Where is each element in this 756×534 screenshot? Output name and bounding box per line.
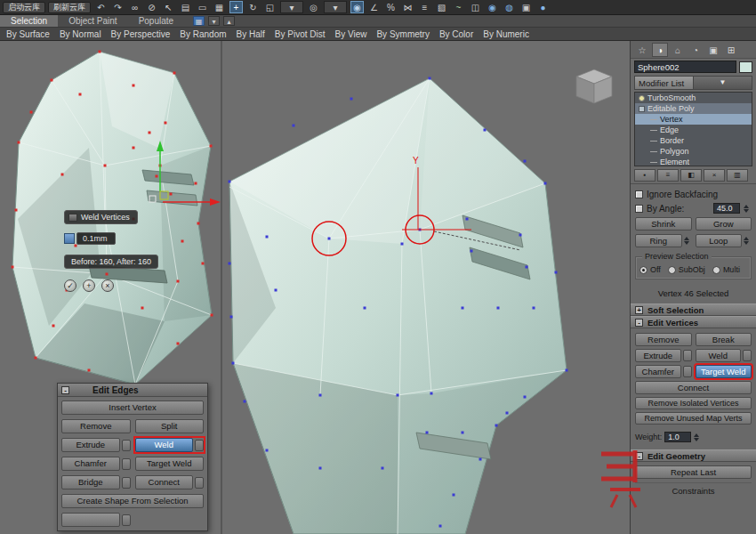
caddy-apply-button[interactable]: + [83,279,95,292]
remove-isolated-vertices-button[interactable]: Remove Isolated Vertices [635,397,752,409]
reference-coord-dropdown[interactable]: ▾ [280,1,303,13]
weld-settings-icon[interactable] [195,440,204,451]
loop-button[interactable]: Loop [696,234,743,247]
pin-stack-icon[interactable]: ▪ [634,169,655,182]
select-object-icon[interactable]: ↖ [162,1,175,13]
soft-selection-rollout-header[interactable]: + Soft Selection [631,303,756,316]
rendered-frame-icon[interactable]: ▣ [519,1,533,13]
selection-mode-button[interactable]: By View [334,29,366,39]
connect-settings-icon[interactable] [195,477,204,489]
weld-button[interactable]: Weld [135,438,194,452]
ribbon-panel-icon[interactable]: ▦ [193,16,205,26]
weld-vertex-button[interactable]: Weld [696,349,742,362]
utilities-tab-icon[interactable]: ⊞ [723,43,739,57]
ribbon-tab[interactable]: Populate [128,15,184,27]
mirror-icon[interactable]: ⋈ [401,1,414,13]
show-end-result-icon[interactable]: ≡ [657,169,679,182]
edit-edges-titlebar[interactable]: - Edit Edges [58,384,207,397]
connect-vertices-button[interactable]: Connect [635,381,752,394]
by-angle-checkbox[interactable] [635,205,643,213]
by-angle-field[interactable]: 45.0 [713,203,740,214]
object-color-swatch[interactable] [739,61,752,73]
ribbon-tab[interactable]: Selection [0,15,58,27]
modifier-stack-row[interactable]: Element [635,157,752,166]
create-tab-icon[interactable]: ☆ [634,43,650,57]
modify-tab-icon[interactable]: ◑ [652,43,668,57]
extrude-vertex-button[interactable]: Extrude [635,349,681,362]
preview-subobj-radio[interactable] [668,266,676,274]
display-tab-icon[interactable]: ▣ [705,43,721,57]
ring-spinner[interactable] [684,237,692,245]
select-link-icon[interactable]: ∞ [128,1,141,13]
remove-button[interactable]: Remove [61,419,131,433]
ribbon-dropdown-icon[interactable]: ▾ [208,16,220,26]
refresh-cloud-library-button[interactable]: 刷新云库 [48,2,91,13]
chamfer-settings-icon[interactable] [122,458,131,470]
modifier-stack-row[interactable]: Polygon [635,146,752,157]
edit-geometry-rollout-header[interactable]: - Edit Geometry [631,449,756,462]
weld-settings-icon[interactable] [743,350,752,361]
viewport[interactable]: Y Weld Vertices 0.1mm Before: 160, After… [0,41,630,534]
bridge-settings-icon[interactable] [122,477,131,489]
extrude-settings-icon[interactable] [122,440,131,451]
collapse-icon[interactable]: - [61,386,69,394]
selection-mode-button[interactable]: By Surface [6,29,50,39]
target-weld-button[interactable]: Target Weld [696,365,752,378]
collapse-icon[interactable]: - [635,452,643,460]
ribbon-tab[interactable]: Object Paint [58,15,127,27]
connect-button[interactable]: Connect [135,475,194,490]
modifier-stack-row[interactable]: Editable Poly [635,103,752,114]
hierarchy-tab-icon[interactable]: ⌂ [670,43,686,57]
weld-threshold-field[interactable]: 0.1mm [76,232,116,245]
preview-off-radio[interactable] [639,266,647,274]
caddy-ok-button[interactable]: ✓ [64,279,76,292]
selection-mode-button[interactable]: By Numeric [483,29,529,39]
snap-toggle-icon[interactable]: ◉ [350,1,364,13]
redo-icon[interactable]: ↷ [111,1,125,13]
selection-mode-button[interactable]: By Color [439,29,473,39]
weight-field[interactable]: 1.0 [664,432,691,442]
preview-multi-radio[interactable] [712,266,720,274]
select-scale-icon[interactable]: ◱ [263,1,277,13]
selection-mode-button[interactable]: By Normal [60,29,101,39]
target-weld-button[interactable]: Target Weld [135,457,205,471]
ribbon-minimize-icon[interactable]: ▴ [223,16,235,26]
select-rotate-icon[interactable]: ↻ [246,1,260,13]
edit-vertices-rollout-header[interactable]: - Edit Vertices [631,316,756,328]
curve-editor-icon[interactable]: ~ [452,1,465,13]
modifier-list-dropdown[interactable]: Modifier List ▼ [634,76,752,90]
make-unique-icon[interactable]: ◧ [680,169,702,182]
modifier-stack-row[interactable]: Vertex [635,114,752,125]
bridge-button[interactable]: Bridge [61,475,120,490]
selection-mode-button[interactable]: By Half [237,29,265,39]
selection-mode-button[interactable]: By Pivot Dist [275,29,326,39]
expand-icon[interactable]: + [635,306,643,314]
motion-tab-icon[interactable]: ◔ [688,43,704,57]
caddy-cancel-button[interactable]: × [101,279,114,292]
percent-snap-icon[interactable]: % [384,1,398,13]
ring-button[interactable]: Ring [635,234,682,247]
unlink-icon[interactable]: ⊘ [145,1,158,13]
rect-region-icon[interactable]: ▭ [196,1,209,13]
select-by-name-icon[interactable]: ▤ [179,1,192,13]
dropdown-arrow-icon[interactable]: ▼ [693,77,752,89]
viewcube-icon[interactable] [576,69,612,103]
insert-vertex-button[interactable]: Insert Vertex [61,400,204,415]
modifier-stack-row[interactable]: Border [635,135,752,146]
chamfer-settings-icon[interactable] [683,366,692,377]
repeat-last-button[interactable]: Repeat Last [635,465,752,479]
layer-manager-icon[interactable]: ▧ [435,1,448,13]
weld-threshold-spinner-icon[interactable] [64,233,75,244]
chamfer-button[interactable]: Chamfer [61,457,120,471]
remove-vertex-button[interactable]: Remove [635,333,692,346]
undo-icon[interactable]: ↶ [94,1,108,13]
schematic-view-icon[interactable]: ◫ [469,1,482,13]
align-icon[interactable]: ≡ [418,1,431,13]
loop-spinner[interactable] [744,237,752,245]
selection-mode-button[interactable]: By Random [180,29,226,39]
caddy-title[interactable]: Weld Vertices [64,210,138,224]
grow-button[interactable]: Grow [696,217,752,231]
break-button[interactable]: Break [696,333,752,346]
remove-unused-map-verts-button[interactable]: Remove Unused Map Verts [635,412,752,425]
modifier-stack-row[interactable]: Edge [635,125,752,135]
